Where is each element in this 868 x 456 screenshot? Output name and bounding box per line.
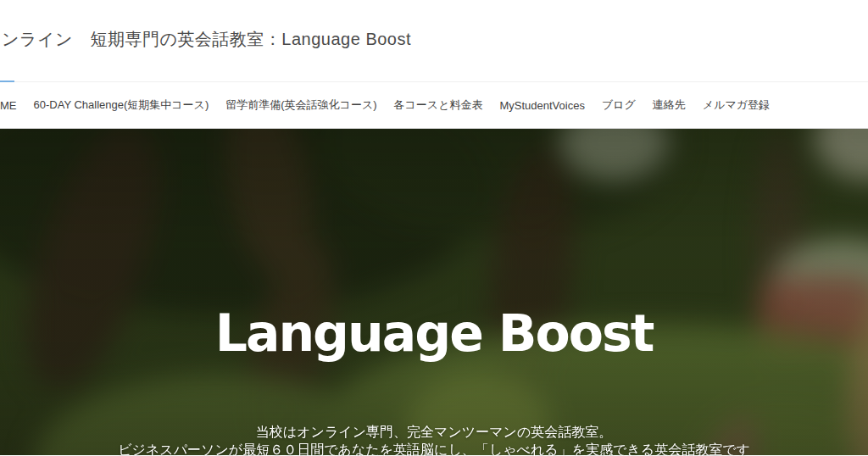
main-nav: ME 60-DAY Challenge(短期集中コース) 留学前準備(英会話強化…: [0, 82, 868, 129]
hero-title: Language Boost: [0, 307, 868, 359]
hero-section: [0, 129, 868, 455]
nav-item-home[interactable]: ME: [0, 99, 17, 112]
nav-item-contact[interactable]: 連絡先: [653, 97, 686, 113]
nav-item-blog[interactable]: ブログ: [602, 97, 636, 113]
page: ンライン 短期専門の英会話教室：Language Boost ME 60-DAY…: [0, 0, 868, 456]
hero-overlay: [0, 129, 868, 455]
nav-item-student-voices[interactable]: MyStudentVoices: [499, 99, 584, 112]
nav-item-courses-pricing[interactable]: 各コースと料金表: [394, 97, 483, 113]
site-title: ンライン 短期専門の英会話教室：Language Boost: [2, 28, 411, 51]
hero-subtitle: 当校はオンライン専門、完全マンツーマンの英会話教室。 ビジネスパーソンが最短６０…: [0, 423, 868, 456]
nav-item-study-abroad-prep[interactable]: 留学前準備(英会話強化コース): [225, 97, 376, 113]
hero-subtitle-line2: ビジネスパーソンが最短６０日間であなたを英語脳にし、「しゃべれる」を実感できる英…: [0, 441, 868, 456]
hero-subtitle-line1: 当校はオンライン専門、完全マンツーマンの英会話教室。: [0, 423, 868, 441]
nav-item-60day-challenge[interactable]: 60-DAY Challenge(短期集中コース): [34, 97, 209, 113]
site-header: ンライン 短期専門の英会話教室：Language Boost: [0, 0, 868, 82]
nav-item-newsletter[interactable]: メルマガ登録: [703, 97, 770, 113]
